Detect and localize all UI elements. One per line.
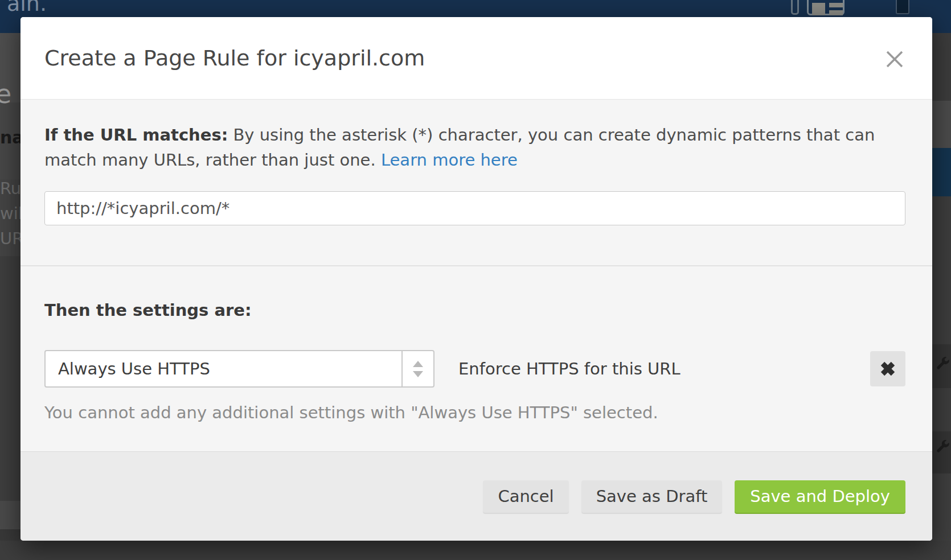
modal-body: If the URL matches: By using the asteris… (21, 100, 932, 422)
layout-icon-square (812, 3, 825, 15)
save-and-deploy-button[interactable]: Save and Deploy (735, 480, 905, 513)
background-band (932, 388, 951, 431)
background-band (0, 501, 21, 529)
setting-select[interactable]: Always Use HTTPS (44, 350, 434, 388)
background-text-fragment: e (0, 79, 11, 109)
save-as-draft-button[interactable]: Save as Draft (581, 480, 723, 513)
background-band (0, 256, 21, 501)
url-pattern-input[interactable] (44, 191, 905, 225)
modal-header: Create a Page Rule for icyapril.com (21, 17, 932, 100)
layout-icon (807, 0, 845, 15)
modal-title: Create a Page Rule for icyapril.com (44, 46, 425, 71)
layout-icon-bar (829, 3, 843, 7)
modal-footer: Cancel Save as Draft Save and Deploy (21, 451, 932, 541)
wrench-icon (935, 356, 950, 371)
cancel-button[interactable]: Cancel (483, 480, 568, 513)
close-button[interactable] (883, 48, 906, 71)
remove-setting-button[interactable] (870, 351, 905, 386)
background-band (932, 196, 951, 344)
setting-description: Enforce HTTPS for this URL (458, 359, 681, 378)
settings-heading: Then the settings are: (44, 300, 905, 320)
background-band (932, 33, 951, 101)
chevron-down-icon (413, 371, 423, 377)
background-band (932, 101, 951, 148)
close-icon (885, 50, 904, 69)
create-page-rule-modal: Create a Page Rule for icyapril.com If t… (21, 17, 932, 541)
background-topbar-text-fragment: ain. (7, 0, 47, 16)
setting-row: Always Use HTTPS Enforce HTTPS for this … (44, 350, 905, 388)
setting-select-value: Always Use HTTPS (46, 351, 401, 386)
wrench-icon (935, 439, 950, 454)
background-text-fragment: Ru (0, 179, 21, 198)
section-divider (21, 265, 932, 266)
learn-more-link[interactable]: Learn more here (381, 150, 518, 170)
remove-x-icon (880, 361, 896, 377)
chevron-up-icon (413, 361, 423, 367)
background-band (0, 541, 951, 560)
background-blue-button-fragment (932, 148, 951, 196)
url-match-label: If the URL matches: (44, 125, 228, 145)
url-match-description: If the URL matches: By using the asteris… (44, 122, 905, 172)
background-icon-fragment (791, 0, 799, 15)
select-stepper-icon[interactable] (401, 351, 433, 386)
background-slot-icon (896, 0, 909, 14)
layout-icon-bar (829, 10, 843, 15)
settings-note: You cannot add any additional settings w… (44, 403, 905, 422)
